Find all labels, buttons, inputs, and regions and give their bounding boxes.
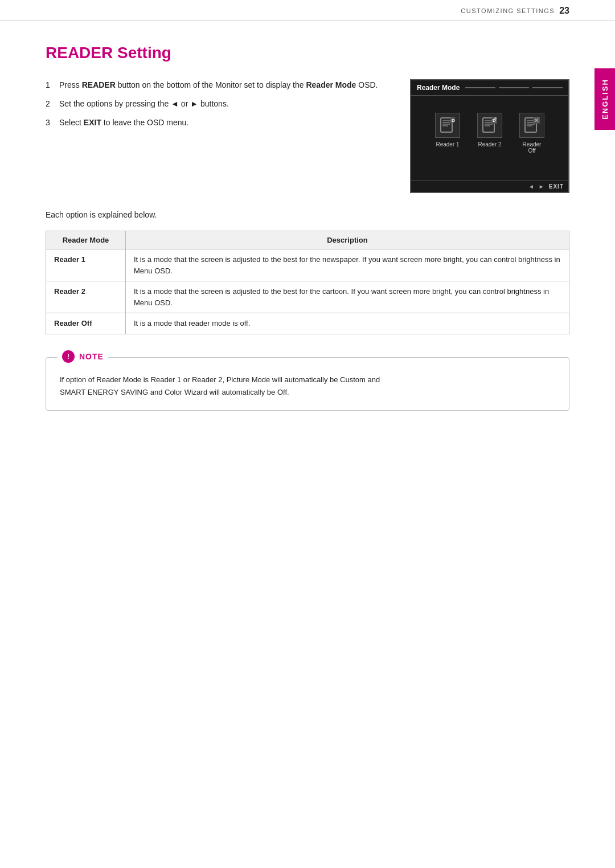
osd-readeroff-item: ReaderOff (519, 113, 544, 154)
osd-reader1-icon-box: D (435, 113, 460, 138)
table-row: Reader 1 It is a mode that the screen is… (46, 249, 569, 281)
step-number-1: 1 (46, 79, 54, 91)
step-3: 3 Select EXIT to leave the OSD menu. (46, 117, 387, 129)
table-row: Reader Off It is a mode that reader mode… (46, 313, 569, 334)
page-title: READER Setting (46, 44, 569, 62)
osd-screen: Reader Mode (410, 79, 569, 193)
step-number-2: 2 (46, 98, 54, 110)
osd-reader1-item: D Reader 1 (435, 113, 460, 154)
osd-reader2-item: D Reader 2 (477, 113, 502, 154)
section-label: CUSTOMIZING SETTINGS (461, 7, 555, 14)
table-header-description: Description (126, 231, 569, 249)
top-section: 1 Press READER button on the bottom of t… (46, 79, 569, 193)
osd-line-2 (499, 87, 529, 88)
side-tab: ENGLISH (594, 68, 615, 130)
osd-line-3 (532, 87, 563, 88)
table-cell-desc-2: It is a mode that the screen is adjusted… (126, 281, 569, 313)
osd-reader2-label: Reader 2 (478, 141, 501, 148)
reader1-icon: D (439, 117, 456, 134)
osd-readeroff-label: ReaderOff (523, 141, 542, 154)
osd-readeroff-icon-box (519, 113, 544, 138)
svg-point-14 (494, 117, 497, 120)
table-header-row: Reader Mode Description (46, 231, 569, 249)
table-cell-mode-3: Reader Off (46, 313, 126, 334)
note-box: ! NOTE If option of Reader Mode is Reade… (46, 357, 569, 411)
explanation-text: Each option is explained below. (46, 210, 569, 219)
osd-nav-left: ◄ (528, 183, 534, 190)
note-header: ! NOTE (58, 350, 108, 363)
osd-title-lines (465, 87, 563, 88)
osd-title-label: Reader Mode (417, 84, 460, 92)
step-text-2: Set the options by pressing the ◄ or ► b… (59, 98, 229, 110)
note-icon-label: ! (67, 352, 69, 361)
step-number-3: 3 (46, 117, 54, 129)
note-text: If option of Reader Mode is Reader 1 or … (60, 374, 555, 399)
osd-exit-label: EXIT (549, 183, 564, 190)
page-number: 23 (559, 6, 569, 16)
table-cell-mode-2: Reader 2 (46, 281, 126, 313)
readeroff-icon (523, 117, 540, 134)
osd-line-1 (465, 87, 495, 88)
osd-reader2-icon-box: D (477, 113, 502, 138)
table-cell-desc-3: It is a mode that reader mode is off. (126, 313, 569, 334)
osd-nav-right: ► (539, 183, 544, 190)
side-tab-label: ENGLISH (601, 79, 609, 120)
reader2-icon: D (481, 117, 498, 134)
step-1: 1 Press READER button on the bottom of t… (46, 79, 387, 91)
table-header-mode: Reader Mode (46, 231, 126, 249)
note-line2: SMART ENERGY SAVING and Color Wizard wil… (60, 388, 289, 396)
note-heading: NOTE (79, 352, 104, 361)
osd-title-bar: Reader Mode (411, 80, 568, 96)
reader-table: Reader Mode Description Reader 1 It is a… (46, 231, 569, 334)
steps-section: 1 Press READER button on the bottom of t… (46, 79, 387, 193)
osd-container: Reader Mode (410, 79, 569, 193)
note-line1: If option of Reader Mode is Reader 1 or … (60, 375, 380, 384)
step-text-1: Press READER button on the bottom of the… (59, 79, 378, 91)
svg-text:D: D (452, 118, 455, 123)
table-cell-mode-1: Reader 1 (46, 249, 126, 281)
buttons-word: buttons (200, 99, 227, 108)
step-2: 2 Set the options by pressing the ◄ or ►… (46, 98, 387, 110)
step-text-3: Select EXIT to leave the OSD menu. (59, 117, 188, 129)
osd-bottom-bar: ◄ ► EXIT (411, 181, 568, 192)
main-content: READER Setting 1 Press READER button on … (0, 21, 615, 433)
osd-reader1-label: Reader 1 (436, 141, 459, 148)
table-cell-desc-1: It is a mode that the screen is adjusted… (126, 249, 569, 281)
osd-icons-row: D Reader 1 (411, 96, 568, 159)
top-header: CUSTOMIZING SETTINGS 23 (0, 0, 615, 21)
table-row: Reader 2 It is a mode that the screen is… (46, 281, 569, 313)
note-icon: ! (62, 350, 75, 363)
